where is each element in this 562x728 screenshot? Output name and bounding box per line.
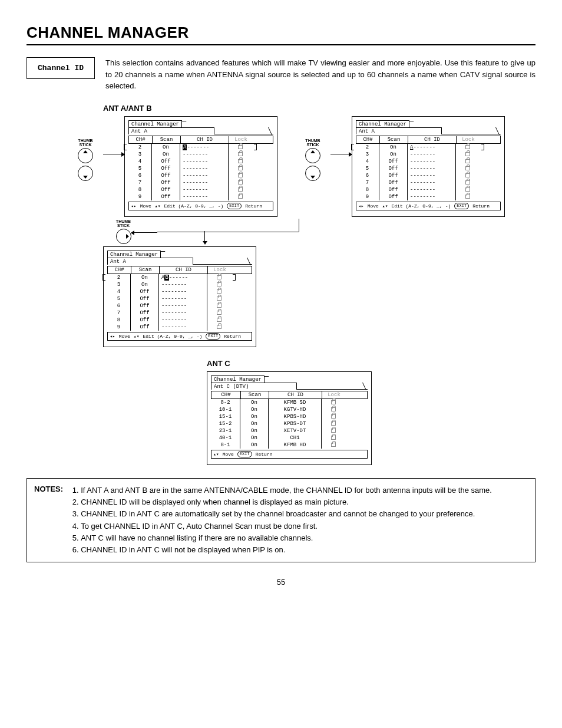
exit-icon: EXIT <box>227 203 242 209</box>
notes-list: If ANT A and ANT B are in the same ANTEN… <box>69 485 492 556</box>
table-cell: On <box>240 399 269 406</box>
table-cell: Off <box>131 295 159 302</box>
lock-icon <box>465 152 470 156</box>
lock-icon <box>331 436 336 440</box>
lock-icon <box>238 173 243 177</box>
table-cell: A------- <box>180 144 229 151</box>
table-cell: -------- <box>159 302 207 309</box>
lock-icon <box>217 304 222 308</box>
table-cell <box>456 186 480 193</box>
table-cell <box>229 165 252 172</box>
table-cell: 3 <box>107 281 131 288</box>
table-cell: On <box>240 442 269 449</box>
section-label-ab: ANT A/ANT B <box>103 104 535 113</box>
table-cell: KPBS-DT <box>269 420 322 427</box>
table-cell <box>456 151 480 158</box>
thumb-stick-label-1: THUMB STICK <box>78 139 92 147</box>
table-cell <box>207 324 231 331</box>
table-cell <box>456 158 480 165</box>
list-item: If ANT A and ANT B are in the same ANTEN… <box>81 485 492 496</box>
table-cell: Off <box>152 165 180 172</box>
list-item: CHANNEL ID will be displayed only when c… <box>81 496 492 508</box>
table-cell: On <box>240 413 269 420</box>
lock-icon <box>465 145 470 149</box>
osd-tab-sub: Ant A <box>128 127 214 134</box>
table-cell: Off <box>131 288 159 295</box>
lock-icon <box>331 421 336 426</box>
table-cell: 8 <box>107 317 131 324</box>
lock-icon <box>238 152 243 156</box>
list-item: To get CHANNEL ID in ANT C, Auto Channel… <box>81 521 492 532</box>
table-cell <box>456 165 480 172</box>
table-cell: 5 <box>356 165 379 172</box>
table-cell: A------- <box>408 144 456 151</box>
table-cell: On <box>379 144 408 151</box>
table-cell: 23-1 <box>211 427 240 434</box>
table-cell <box>456 172 480 179</box>
table-cell: KGTV-HD <box>269 406 322 413</box>
table-cell: 2 <box>107 274 131 281</box>
thumb-caret-down-icon <box>305 166 320 181</box>
lock-icon <box>465 187 470 192</box>
table-cell: Off <box>379 193 408 200</box>
table-cell: On <box>379 151 408 158</box>
thumb-caret-down-icon <box>78 166 93 181</box>
table-cell: 4 <box>128 158 152 165</box>
lock-icon <box>331 443 336 447</box>
table-cell: 9 <box>128 193 152 200</box>
table-cell: 6 <box>107 302 131 309</box>
table-cell: Off <box>131 309 159 317</box>
table-cell: 7 <box>356 179 379 186</box>
table-cell: -------- <box>408 172 456 179</box>
table-cell: 15-2 <box>211 420 240 427</box>
osd-footer: ◂▸Move ▴▾Edit (A-Z, 0-9, _, -) EXIT Retu… <box>128 202 273 210</box>
table-cell: AB------ <box>159 274 207 281</box>
osd-tab-title: Channel Manager <box>128 120 182 127</box>
arrow-right-icon <box>103 154 124 154</box>
page-number: 55 <box>27 578 535 587</box>
table-cell: -------- <box>408 186 456 193</box>
table-cell <box>229 193 252 200</box>
table-cell: 7 <box>107 309 131 317</box>
table-cell: CH1 <box>269 434 322 442</box>
lock-icon <box>217 289 222 294</box>
lock-icon <box>217 275 222 279</box>
table-cell <box>322 442 345 449</box>
table-cell: 40-1 <box>211 434 240 442</box>
table-cell: 2 <box>356 144 379 151</box>
lock-icon <box>238 180 243 185</box>
lock-icon <box>331 400 336 404</box>
table-cell: Off <box>152 186 180 193</box>
table-cell: On <box>152 151 180 158</box>
lock-icon <box>465 159 470 163</box>
lock-icon <box>217 297 222 301</box>
lock-icon <box>217 311 222 315</box>
lock-icon <box>465 180 470 185</box>
lock-icon <box>238 166 243 170</box>
thumb-caret-up-icon <box>305 148 320 163</box>
table-cell: -------- <box>159 309 207 317</box>
arrow-right-icon <box>330 154 352 154</box>
table-cell: 8-2 <box>211 399 240 406</box>
lock-icon <box>331 414 336 419</box>
thumb-caret-up-icon <box>78 148 93 163</box>
lock-icon <box>331 429 336 433</box>
table-cell <box>456 144 480 151</box>
table-cell: -------- <box>408 165 456 172</box>
table-cell: Off <box>152 172 180 179</box>
table-cell <box>229 186 252 193</box>
table-cell: Off <box>379 179 408 186</box>
table-cell: 2 <box>128 144 152 151</box>
table-cell: 3 <box>128 151 152 158</box>
table-cell: -------- <box>408 158 456 165</box>
osd-panel-3: Channel Manager Ant A CH# Scan CH ID Loc… <box>103 246 256 347</box>
list-item: CHANNEL ID in ANT C will not be displaye… <box>81 544 492 556</box>
lock-icon <box>331 407 336 411</box>
table-cell: On <box>131 281 159 288</box>
table-cell: Off <box>152 179 180 186</box>
table-cell <box>456 179 480 186</box>
table-cell: -------- <box>159 281 207 288</box>
thumb-stick-label-3: THUMB STICK <box>116 219 131 228</box>
table-cell: XETV-DT <box>269 427 322 434</box>
table-cell <box>229 172 252 179</box>
